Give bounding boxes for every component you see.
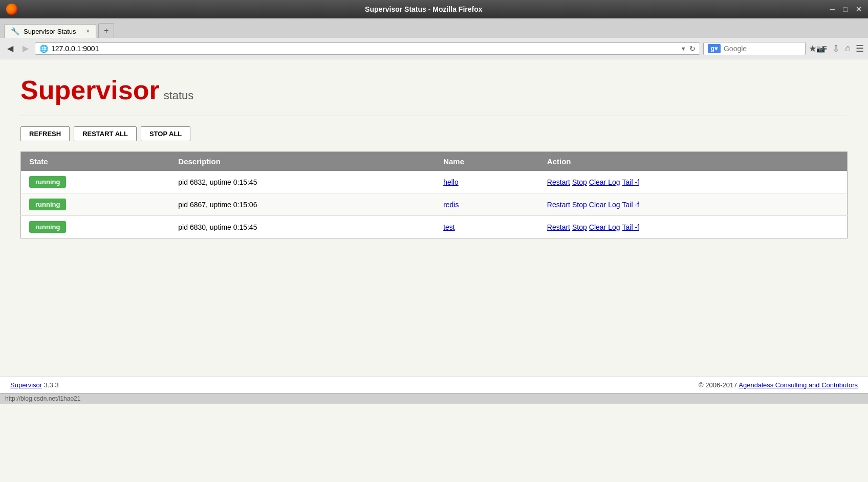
col-header-state: State [21, 152, 170, 171]
footer-right: © 2006-2017 Agendaless Consulting and Co… [699, 381, 858, 389]
restart-all-button[interactable]: RESTART ALL [74, 126, 137, 141]
dropdown-arrow-icon[interactable]: ▼ [681, 46, 686, 52]
cell-description: pid 6867, uptime 0:15:06 [170, 193, 435, 216]
tab-favicon: 🔧 [11, 27, 19, 35]
close-button[interactable]: ✕ [856, 5, 862, 13]
address-bar[interactable]: 🌐 ▼ ↻ [35, 42, 700, 55]
table-row: runningpid 6867, uptime 0:15:06redisRest… [21, 193, 848, 216]
page-content: Supervisor status REFRESH RESTART ALL ST… [0, 59, 868, 377]
refresh-button[interactable]: REFRESH [20, 126, 70, 141]
cell-actions: RestartStopClear LogTail -f [539, 171, 848, 193]
download-icon[interactable]: ⇩ [832, 43, 840, 54]
action-link-clear-log[interactable]: Clear Log [589, 201, 620, 209]
cell-actions: RestartStopClear LogTail -f [539, 193, 848, 216]
cell-description: pid 6832, uptime 0:15:45 [170, 171, 435, 193]
supervisor-status-subtitle: status [164, 89, 194, 102]
search-engine-button[interactable]: g▾ [708, 44, 721, 53]
action-link-clear-log[interactable]: Clear Log [589, 178, 620, 186]
action-link-stop[interactable]: Stop [572, 223, 587, 231]
minimize-button[interactable]: ─ [830, 5, 835, 13]
action-link-tail--f[interactable]: Tail -f [622, 201, 639, 209]
action-link-restart[interactable]: Restart [547, 178, 570, 186]
firefox-icon [6, 4, 17, 15]
header-divider [20, 116, 848, 116]
cell-actions: RestartStopClear LogTail -f [539, 216, 848, 238]
maximize-button[interactable]: □ [843, 5, 848, 13]
supervisor-header: Supervisor status [20, 75, 848, 105]
action-link-stop[interactable]: Stop [572, 178, 587, 186]
active-tab[interactable]: 🔧 Supervisor Status × [4, 24, 96, 38]
stop-all-button[interactable]: STOP ALL [141, 126, 190, 141]
supervisor-logo: Supervisor [20, 75, 160, 105]
cell-state: running [21, 171, 170, 193]
col-header-description: Description [170, 152, 435, 171]
cell-name: hello [435, 171, 539, 193]
tab-close-button[interactable]: × [86, 28, 90, 35]
status-badge: running [29, 199, 66, 210]
bookmark-star-icon[interactable]: ★ [809, 43, 817, 54]
globe-icon: 🌐 [39, 45, 48, 53]
cell-name: redis [435, 193, 539, 216]
process-name-link[interactable]: hello [443, 178, 459, 186]
footer-left: Supervisor 3.3.3 [10, 381, 59, 389]
table-header-row: State Description Name Action [21, 152, 848, 171]
table-row: runningpid 6830, uptime 0:15:45testResta… [21, 216, 848, 238]
bookmarks-list-icon[interactable]: ≡ [822, 43, 828, 54]
new-tab-button[interactable]: + [98, 23, 114, 38]
status-badge: running [29, 221, 66, 233]
status-badge: running [29, 176, 66, 188]
search-input[interactable] [724, 45, 813, 53]
tab-bar: 🔧 Supervisor Status × + [0, 18, 868, 38]
cell-description: pid 6830, uptime 0:15:45 [170, 216, 435, 238]
footer-version: 3.3.3 [42, 381, 59, 389]
action-link-clear-log[interactable]: Clear Log [589, 223, 620, 231]
process-table: State Description Name Action runningpid… [20, 151, 848, 238]
supervisor-footer-link[interactable]: Supervisor [10, 381, 42, 389]
window-title: Supervisor Status - Mozilla Firefox [17, 5, 830, 13]
back-button[interactable]: ◀ [4, 41, 16, 55]
reload-button[interactable]: ↻ [689, 45, 696, 53]
url-input[interactable] [51, 45, 678, 53]
col-header-name: Name [435, 152, 539, 171]
process-name-link[interactable]: test [443, 223, 455, 231]
footer-company-link[interactable]: Agendaless Consulting and Contributors [739, 381, 858, 389]
action-link-stop[interactable]: Stop [572, 201, 587, 209]
status-url-hint: http://blog.csdn.net/l1hao21 [5, 395, 80, 402]
action-link-restart[interactable]: Restart [547, 223, 570, 231]
process-name-link[interactable]: redis [443, 201, 459, 209]
col-header-action: Action [539, 152, 848, 171]
page-footer: Supervisor 3.3.3 © 2006-2017 Agendaless … [0, 377, 868, 393]
tab-label: Supervisor Status [24, 28, 76, 35]
action-link-tail--f[interactable]: Tail -f [622, 223, 639, 231]
footer-copyright: © 2006-2017 [699, 381, 739, 389]
action-link-restart[interactable]: Restart [547, 201, 570, 209]
window-controls: ─ □ ✕ [830, 5, 862, 13]
navigation-bar: ◀ ▶ 🌐 ▼ ↻ g▾ 📷 ★ ≡ ⇩ ⌂ ☰ [0, 38, 868, 59]
action-link-tail--f[interactable]: Tail -f [622, 178, 639, 186]
cell-state: running [21, 193, 170, 216]
nav-toolbar-icons: ★ ≡ ⇩ ⌂ ☰ [809, 43, 864, 54]
action-buttons: REFRESH RESTART ALL STOP ALL [20, 126, 848, 141]
home-icon[interactable]: ⌂ [845, 43, 851, 54]
cell-state: running [21, 216, 170, 238]
status-bar: http://blog.csdn.net/l1hao21 [0, 393, 868, 404]
menu-icon[interactable]: ☰ [856, 43, 864, 54]
cell-name: test [435, 216, 539, 238]
table-row: runningpid 6832, uptime 0:15:45helloRest… [21, 171, 848, 193]
search-bar[interactable]: g▾ 📷 [703, 42, 806, 55]
browser-titlebar: Supervisor Status - Mozilla Firefox ─ □ … [0, 0, 868, 18]
forward-button: ▶ [19, 41, 32, 55]
